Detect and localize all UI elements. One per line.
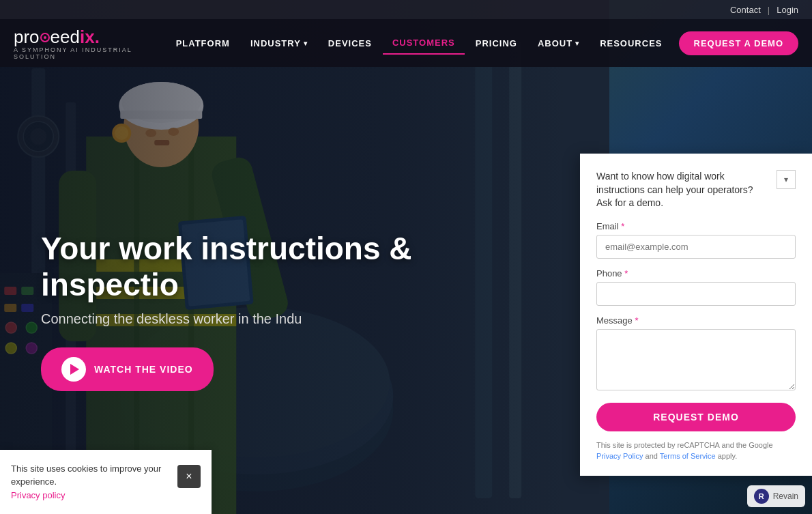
revain-badge[interactable]: R Revain — [747, 485, 805, 507]
cookie-close-button[interactable]: × — [177, 465, 201, 488]
watch-video-label: WATCH THE VIDEO — [94, 364, 193, 375]
cookie-privacy-link[interactable]: Privacy policy — [11, 490, 65, 500]
email-input[interactable] — [596, 235, 796, 259]
privacy-policy-link[interactable]: Privacy Policy — [596, 452, 643, 460]
nav-resources[interactable]: RESOURCES — [590, 33, 671, 54]
nav-links: PLATFORM INDUSTRY ▾ DEVICES CUSTOMERS PR… — [166, 32, 672, 55]
hero-subtitle: Connecting the deskless worker in the In… — [41, 311, 519, 327]
panel-title: Want to know how digital work instructio… — [596, 170, 777, 210]
panel-collapse-button[interactable]: ▾ — [777, 170, 796, 189]
logo-ix: ix. — [80, 27, 100, 48]
hero-content: Your work instructions & inspectio Conne… — [41, 231, 519, 391]
cookie-banner: This site uses cookies to improve your e… — [0, 450, 212, 515]
cookie-text: This site uses cookies to improve your e… — [11, 462, 171, 502]
nav-about[interactable]: ABOUT ▾ — [528, 33, 589, 54]
revain-label: Revain — [773, 491, 798, 501]
logo[interactable]: pro eed ix. A SYMPHONY AI INDUSTRIAL SOL… — [14, 27, 146, 60]
contact-link[interactable]: Contact — [730, 5, 761, 15]
nav-customers[interactable]: CUSTOMERS — [383, 32, 465, 55]
login-link[interactable]: Login — [777, 5, 798, 15]
navbar: pro eed ix. A SYMPHONY AI INDUSTRIAL SOL… — [0, 19, 812, 67]
watch-video-button[interactable]: WATCH THE VIDEO — [41, 347, 214, 391]
email-required: * — [621, 221, 624, 231]
message-input[interactable] — [596, 329, 796, 390]
nav-platform[interactable]: PLATFORM — [166, 33, 240, 54]
phone-required: * — [624, 268, 628, 279]
tos-link[interactable]: Terms of Service — [660, 452, 716, 460]
industry-arrow-icon: ▾ — [304, 40, 308, 47]
phone-label: Phone * — [596, 268, 796, 279]
nav-request-demo-button[interactable]: REQUEST A DEMO — [679, 31, 799, 55]
topbar-divider: | — [768, 5, 770, 15]
message-required: * — [635, 315, 638, 326]
nav-pricing[interactable]: PRICING — [466, 33, 527, 54]
revain-icon: R — [754, 489, 769, 504]
play-icon — [61, 357, 86, 382]
nav-industry[interactable]: INDUSTRY ▾ — [241, 33, 317, 54]
email-label: Email * — [596, 221, 796, 231]
recaptcha-text: This site is protected by reCAPTCHA and … — [596, 440, 796, 462]
request-demo-form-button[interactable]: REQUEST DEMO — [596, 403, 796, 431]
logo-text-proceed: pro — [14, 27, 40, 48]
side-panel: Want to know how digital work instructio… — [580, 154, 812, 476]
top-bar: Contact | Login — [0, 0, 812, 19]
about-arrow-icon: ▾ — [575, 40, 579, 47]
play-triangle-icon — [70, 364, 79, 375]
nav-devices[interactable]: DEVICES — [319, 33, 381, 54]
message-label: Message * — [596, 315, 796, 326]
phone-input[interactable] — [596, 282, 796, 306]
hero-title: Your work instructions & inspectio — [41, 231, 519, 303]
panel-header: Want to know how digital work instructio… — [596, 170, 796, 210]
logo-subtitle: A SYMPHONY AI INDUSTRIAL SOLUTION — [14, 46, 146, 60]
logo-icon — [40, 33, 50, 42]
cookie-close-icon: × — [186, 470, 192, 483]
logo-text-eed: eed — [50, 27, 80, 48]
